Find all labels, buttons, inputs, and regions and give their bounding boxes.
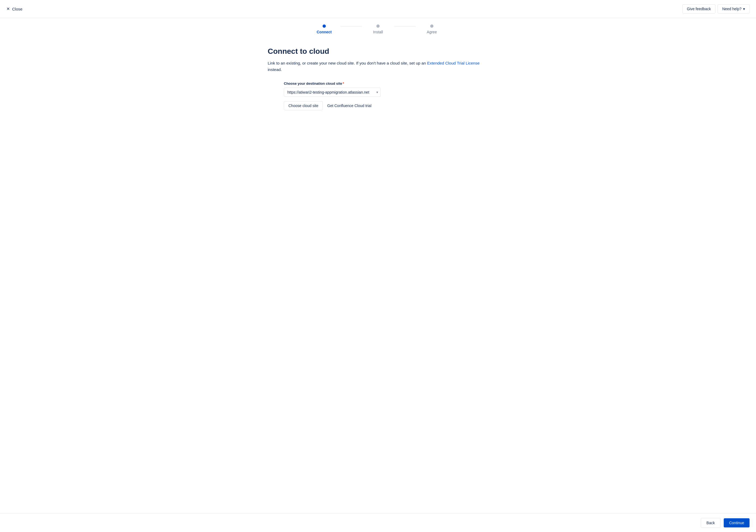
- step-label-agree: Agree: [427, 30, 437, 34]
- step-connect: Connect: [308, 24, 340, 34]
- need-help-label: Need help?: [722, 7, 742, 11]
- page-description: Link to an existing, or create your new …: [268, 60, 488, 73]
- close-icon: ✕: [7, 7, 10, 11]
- choose-site-button[interactable]: Choose cloud site: [284, 101, 323, 110]
- form-section: Choose your destination cloud site* http…: [284, 82, 488, 110]
- required-asterisk: *: [343, 82, 344, 86]
- step-connector-2: [394, 26, 416, 26]
- get-trial-link[interactable]: Get Confluence Cloud trial: [327, 104, 371, 108]
- step-dot-agree: [430, 24, 433, 28]
- bottom-bar: Back Continue: [0, 514, 756, 532]
- description-text-1: Link to an existing, or create your new …: [268, 61, 426, 66]
- step-connector-1: [340, 26, 362, 26]
- step-dot-install: [376, 24, 380, 28]
- top-bar-actions: Give feedback Need help? ▾: [682, 4, 749, 13]
- step-install: Install: [362, 24, 394, 34]
- description-text-2: instead.: [268, 67, 282, 72]
- feedback-button[interactable]: Give feedback: [682, 4, 716, 13]
- step-agree: Agree: [416, 24, 448, 34]
- step-label-connect: Connect: [317, 30, 332, 34]
- stepper: Connect Install Agree: [0, 18, 756, 39]
- trial-license-link[interactable]: Extended Cloud Trial License: [427, 61, 479, 66]
- step-dot-connect: [323, 24, 326, 28]
- chevron-down-icon: ▾: [743, 7, 745, 11]
- need-help-button[interactable]: Need help? ▾: [717, 4, 749, 13]
- step-label-install: Install: [373, 30, 383, 34]
- action-buttons: Choose cloud site Get Confluence Cloud t…: [284, 101, 488, 110]
- main-content: Connect to cloud Link to an existing, or…: [257, 39, 499, 514]
- close-label: Close: [12, 7, 22, 11]
- continue-button[interactable]: Continue: [724, 518, 749, 527]
- site-select-wrapper: https://atiwari2-testing-appmigration.at…: [284, 88, 381, 97]
- page-title: Connect to cloud: [268, 47, 488, 56]
- back-button[interactable]: Back: [701, 518, 720, 528]
- destination-site-select[interactable]: https://atiwari2-testing-appmigration.at…: [284, 88, 381, 97]
- destination-label: Choose your destination cloud site*: [284, 82, 488, 86]
- top-bar: ✕ Close Give feedback Need help? ▾: [0, 0, 756, 18]
- close-button[interactable]: ✕ Close: [7, 7, 22, 11]
